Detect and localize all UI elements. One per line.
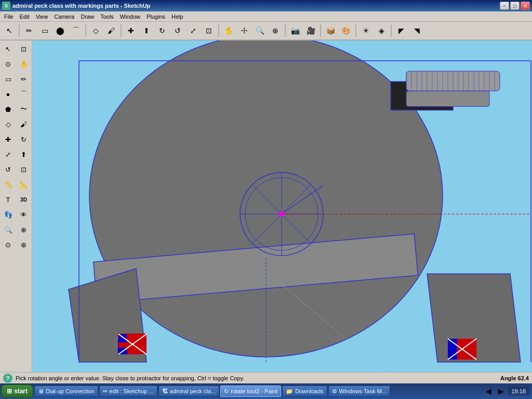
toolbar-scale[interactable]: ⤢ (186, 23, 201, 38)
toolbar-section[interactable]: ◈ (374, 23, 389, 38)
left-tape-tool[interactable]: 📏 (1, 177, 16, 192)
left-poscam-tool[interactable]: ⊙ (1, 237, 16, 252)
left-row-6: ◇ 🖌 (1, 117, 31, 131)
left-row-4: ● ⌒ (1, 87, 31, 101)
left-row-11: T 3D (1, 192, 31, 207)
taskbar-nav-right[interactable]: ▶ (496, 386, 506, 396)
left-circle-tool[interactable]: ● (1, 87, 16, 101)
toolbar-eraser[interactable]: ◇ (88, 23, 103, 38)
toolbar-axes-3d-2[interactable]: ◥ (409, 23, 424, 38)
left-axes-tool[interactable]: ⊛ (17, 237, 31, 252)
toolbar-select[interactable]: ↖ (2, 23, 17, 38)
toolbar-circle[interactable]: ⬤ (53, 23, 68, 38)
left-rect-tool[interactable]: ▭ (1, 72, 16, 86)
toolbar-pan[interactable]: ☩ (237, 23, 251, 38)
toolbar-axes-3d-1[interactable]: ◤ (394, 23, 408, 38)
taskbar-admiral-peck[interactable]: 🏗 admiral peck cla... (158, 385, 220, 397)
maximize-button[interactable]: □ (510, 2, 520, 10)
task-manager-icon: ⚙ (332, 388, 337, 395)
taskbar-rotate-tool[interactable]: ↻ rotate tool2 - Paint (220, 385, 281, 397)
toolbar-orbit[interactable]: ✋ (221, 23, 236, 38)
toolbar-sep-1 (19, 24, 20, 37)
left-arc-tool[interactable]: ⌒ (17, 87, 31, 101)
menu-draw[interactable]: Draw (77, 13, 97, 20)
menu-view[interactable]: View (33, 13, 51, 20)
toolbar-push-pull[interactable]: ⬆ (139, 23, 154, 38)
left-pan-tool[interactable]: ✋ (17, 57, 31, 71)
left-row-5: ⬟ 〜 (1, 102, 31, 116)
system-clock: 19:18 (508, 387, 529, 395)
toolbar-paint[interactable]: 🖌 (104, 23, 118, 38)
close-button[interactable]: ✕ (521, 2, 530, 10)
left-select-tool[interactable]: ↖ (1, 42, 16, 56)
left-protractor-tool[interactable]: 📐 (17, 177, 31, 192)
toolbar-sep-4 (218, 24, 219, 37)
left-3dtext-tool[interactable]: 3D (17, 192, 31, 207)
left-rotate-tool[interactable]: ↻ (17, 132, 31, 147)
left-freehand-tool[interactable]: 〜 (17, 102, 31, 116)
taskbar-nav-left[interactable]: ◀ (483, 386, 494, 396)
menu-tools[interactable]: Tools (97, 13, 117, 20)
toolbar-shadows[interactable]: ☀ (358, 23, 373, 38)
left-polygon-tool[interactable]: ⬟ (1, 102, 16, 116)
taskbar-dialup[interactable]: 🖥 Dial-up Connection (34, 385, 98, 397)
menu-file[interactable]: File (1, 13, 17, 20)
toolbar-sep-8 (391, 24, 392, 37)
toolbar-zoom[interactable]: 🔍 (252, 23, 267, 38)
left-lookaround-tool[interactable]: 👁 (17, 207, 31, 222)
menu-edit[interactable]: Edit (17, 13, 33, 20)
menu-window[interactable]: Window (117, 13, 143, 20)
toolbar-rectangle[interactable]: ▭ (37, 23, 52, 38)
left-orbit-tool[interactable]: ⊙ (1, 57, 16, 71)
toolbar-sep-5 (285, 24, 286, 37)
toolbar-zoom-window[interactable]: ⊕ (268, 23, 283, 38)
menu-help[interactable]: Help (168, 13, 187, 20)
left-line-tool[interactable]: ✏ (17, 72, 31, 86)
toolbar-offset[interactable]: ⊡ (202, 23, 216, 38)
taskbar-edit-sketchup[interactable]: ✏ edit : Sketchup ... (99, 385, 157, 397)
canvas-area[interactable] (32, 41, 532, 372)
status-bar: ? Pick rotation angle or enter value. St… (0, 372, 532, 383)
left-row-1: ↖ ⊡ (1, 42, 31, 56)
admiral-icon: 🏗 (162, 388, 168, 394)
taskbar-task-manager[interactable]: ⚙ Windows Task M... (328, 385, 391, 397)
left-zoom-tool[interactable]: 🔍 (1, 222, 16, 237)
left-row-12: 👣 👁 (1, 207, 31, 222)
toolbar-components[interactable]: 📦 (323, 23, 338, 38)
toolbar-camera-2[interactable]: 🎥 (303, 23, 318, 38)
left-move-tool[interactable]: ✚ (1, 132, 16, 147)
dialup-icon: 🖥 (38, 388, 44, 394)
toolbar-camera-1[interactable]: 📷 (288, 23, 302, 38)
minimize-button[interactable]: − (500, 2, 509, 10)
left-scale-tool[interactable]: ⤢ (1, 147, 16, 162)
taskbar-downloads[interactable]: 📁 Downloads (282, 385, 327, 397)
rotate-icon: ↻ (224, 388, 229, 395)
toolbar-follow-me[interactable]: ↺ (170, 23, 185, 38)
left-walk-tool[interactable]: 👣 (1, 207, 16, 222)
angle-value: 62.4 (518, 375, 529, 381)
left-text-tool[interactable]: T (1, 192, 16, 207)
toolbar-move[interactable]: ✚ (124, 23, 138, 38)
main-layout: ↖ ⊡ ⊙ ✋ ▭ ✏ ● ⌒ ⬟ 〜 ◇ 🖌 ✚ ↻ ⤢ ⬆ (0, 41, 532, 372)
left-offset-tool[interactable]: ⊡ (17, 162, 31, 177)
toolbar-arc[interactable]: ⌒ (69, 23, 83, 38)
start-windows-icon: ⊞ (7, 388, 12, 395)
start-button[interactable]: ⊞ start (1, 384, 33, 398)
app-icon: S (2, 2, 10, 10)
left-pushpull-tool[interactable]: ⬆ (17, 147, 31, 162)
toolbar-rotate[interactable]: ↻ (155, 23, 169, 38)
left-eraser-tool[interactable]: ◇ (1, 117, 16, 131)
left-row-10: 📏 📐 (1, 177, 31, 192)
menu-plugins[interactable]: Plugins (143, 13, 168, 20)
left-paint-tool[interactable]: 🖌 (17, 117, 31, 131)
left-followme-tool[interactable]: ↺ (1, 162, 16, 177)
taskbar-right: ◀ ▶ 19:18 (483, 386, 531, 396)
left-row-14: ⊙ ⊛ (1, 237, 31, 252)
left-zoomext-tool[interactable]: ⊕ (17, 222, 31, 237)
toolbar-materials[interactable]: 🎨 (339, 23, 353, 38)
toolbar-sep-3 (121, 24, 122, 37)
menu-camera[interactable]: Camera (51, 13, 77, 20)
left-space-tool[interactable]: ⊡ (17, 42, 31, 56)
title-bar-left: S admiral peck class with markings parts… (2, 2, 150, 10)
toolbar-pencil[interactable]: ✏ (22, 23, 36, 38)
